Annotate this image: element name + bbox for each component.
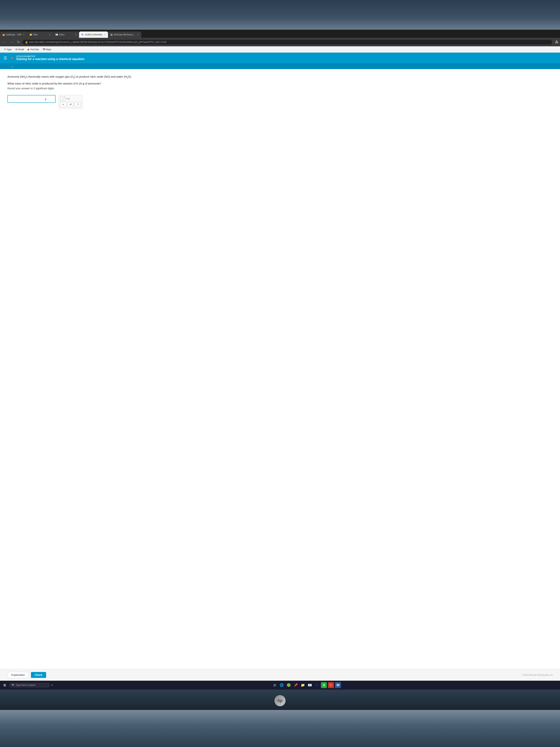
help-button[interactable]: ? — [75, 102, 81, 107]
bookmark-apps-label: Apps — [7, 48, 12, 51]
problem-content: Ammonia (NH3) chemically reacts with oxy… — [0, 69, 560, 669]
header-text-area: STOICHIOMETRY Solving for a reactant usi… — [16, 55, 84, 61]
dot-indicator — [11, 57, 13, 59]
problem-line3: Round your answer to 3 significant digit… — [7, 87, 553, 90]
hamburger-icon[interactable]: ☰ — [4, 56, 7, 60]
taskbar-s-icon[interactable]: S — [321, 682, 327, 688]
tab-title-mywings: myWings - UNF — [6, 33, 22, 36]
tab-title-inbox: Inbox — [59, 33, 74, 36]
reload-button[interactable]: ↻ — [16, 40, 21, 45]
address-bar[interactable]: 🔒 www-awn.aleks.com/alekscgi/x/lsl.exe/1… — [22, 40, 552, 45]
answer-input[interactable] — [10, 97, 44, 101]
tab-title-mcgraw: McGraw-Hill Education — [114, 33, 136, 36]
tab-mywings[interactable]: 🏫 myWings - UNF × — [0, 31, 27, 38]
unit-label: g — [45, 98, 46, 100]
superscript-icon: □ — [64, 97, 65, 99]
tab-bar: 🏫 myWings - UNF × 📁 Files × 📧 Inbox × ⚗️… — [0, 30, 560, 38]
copyright-text: © 2021 McGraw-Hill Education, Al — [522, 674, 553, 676]
tab-title-files: Files — [33, 33, 48, 36]
tab-close-aleks[interactable]: × — [104, 33, 106, 36]
bookmark-youtube-label: YouTube — [30, 48, 39, 51]
fraction-icon[interactable]: □ □ — [60, 97, 65, 101]
taskbar-red-icon[interactable]: 🔴 — [328, 682, 334, 688]
extension-area: A — [555, 40, 558, 45]
tab-close-inbox[interactable]: × — [75, 33, 77, 36]
browser-chrome: 🏫 myWings - UNF × 📁 Files × 📧 Inbox × ⚗️… — [0, 30, 560, 53]
undo-button[interactable]: ↺ — [68, 102, 74, 107]
math-keyboard-bottom: × ↺ ? — [60, 102, 81, 107]
tab-favicon-mywings: 🏫 — [2, 33, 5, 36]
back-button[interactable]: ← — [2, 40, 7, 45]
x10-label: ×10 — [66, 98, 70, 100]
tab-close-mcgraw[interactable]: × — [137, 33, 139, 36]
maps-icon: 🗺 — [43, 48, 45, 51]
taskbar-desktop-icon[interactable]: ⊞ — [272, 682, 277, 688]
tab-close-files[interactable]: × — [49, 33, 51, 36]
bookmark-apps[interactable]: ⠿ Apps — [3, 47, 13, 51]
cortana-button[interactable]: ○ — [51, 684, 53, 687]
aleks-container: ☰ STOICHIOMETRY Solving for a reactant u… — [0, 53, 560, 681]
check-button[interactable]: Check — [31, 672, 46, 678]
bookmarks-bar: ⠿ Apps M Gmail ▶ YouTube 🗺 Maps — [0, 46, 560, 53]
expand-button[interactable]: ⌄ — [11, 65, 14, 68]
header-category: STOICHIOMETRY — [16, 55, 84, 57]
problem-line2: What mass of nitric oxide is produced by… — [7, 82, 553, 85]
tab-favicon-aleks: ⚗️ — [81, 33, 84, 36]
tab-aleks[interactable]: ⚗️ ALEKs Chemistry × — [79, 31, 108, 38]
hp-area: hp — [0, 690, 560, 710]
taskbar-browser-icon[interactable]: 🌐 — [279, 682, 285, 688]
explanation-button[interactable]: Explanation — [7, 672, 29, 678]
answer-area: g □ □ ×10 × ↺ ? — [7, 95, 553, 109]
answer-input-box: g — [7, 95, 56, 103]
lock-icon: 🔒 — [25, 41, 28, 44]
taskbar-word-icon[interactable]: W — [335, 682, 341, 688]
math-keyboard: □ □ ×10 × ↺ ? — [58, 95, 83, 109]
tab-favicon-files: 📁 — [29, 33, 32, 36]
search-placeholder: Type here to search — [16, 684, 35, 687]
taskbar-folder-icon[interactable]: 📁 — [300, 682, 306, 688]
tab-mcgraw[interactable]: 📚 McGraw-Hill Education × — [108, 31, 141, 38]
search-icon: 🔍 — [12, 684, 15, 687]
aleks-header: ☰ STOICHIOMETRY Solving for a reactant u… — [0, 53, 560, 63]
tab-title-aleks: ALEKs Chemistry — [85, 33, 102, 36]
bottom-bar: Explanation Check © 2021 McGraw-Hill Edu… — [0, 669, 560, 681]
bookmark-maps-label: Maps — [46, 48, 51, 51]
multiply-button[interactable]: × — [60, 102, 66, 107]
tab-files[interactable]: 📁 Files × — [27, 31, 53, 38]
taskbar-mail-icon[interactable]: 📧 — [307, 682, 313, 688]
taskbar-center-icons: ⊞ 🌐 🟢 📌 📁 📧 ⬡ S 🔴 W — [272, 682, 341, 688]
address-bar-row: ← → ↻ 🔒 www-awn.aleks.com/alekscgi/x/lsl… — [0, 38, 560, 46]
start-button[interactable]: ⊞ — [2, 682, 7, 688]
ambient-top — [0, 0, 560, 30]
expand-row: ⌄ — [0, 63, 560, 69]
bookmark-gmail-label: Gmail — [18, 48, 24, 51]
tab-close-mywings[interactable]: × — [23, 33, 25, 36]
taskbar-dropbox-icon[interactable]: ⬡ — [314, 682, 320, 688]
tab-favicon-inbox: 📧 — [55, 33, 58, 36]
bookmark-gmail[interactable]: M Gmail — [14, 47, 25, 51]
taskbar: ⊞ 🔍 Type here to search ○ ⊞ 🌐 🟢 📌 📁 📧 ⬡ … — [0, 681, 560, 690]
url-text: www-awn.aleks.com/alekscgi/x/lsl.exe/1o_… — [29, 41, 550, 43]
taskbar-pin-icon[interactable]: 📌 — [293, 682, 299, 688]
tab-inbox[interactable]: 📧 Inbox × — [53, 31, 79, 38]
taskbar-search[interactable]: 🔍 Type here to search — [9, 683, 50, 687]
math-keyboard-top: □ □ ×10 — [60, 97, 81, 101]
problem-line1: Ammonia (NH3) chemically reacts with oxy… — [7, 74, 553, 79]
header-title: Solving for a reactant using a chemical … — [16, 57, 84, 61]
forward-button[interactable]: → — [9, 40, 15, 45]
bookmark-maps[interactable]: 🗺 Maps — [41, 47, 53, 51]
gmail-icon: M — [16, 48, 18, 51]
ambient-bottom — [0, 710, 560, 747]
bookmark-youtube[interactable]: ▶ YouTube — [26, 47, 41, 51]
apps-icon: ⠿ — [4, 48, 6, 51]
taskbar-chrome-icon[interactable]: 🟢 — [286, 682, 292, 688]
youtube-icon: ▶ — [28, 48, 30, 51]
hp-logo: hp — [274, 695, 286, 706]
tab-favicon-mcgraw: 📚 — [110, 33, 113, 36]
